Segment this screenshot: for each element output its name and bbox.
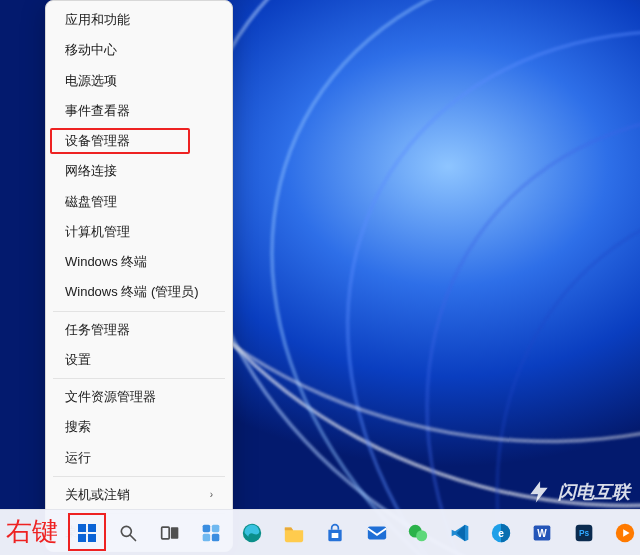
taskbar-button-wechat[interactable] (403, 518, 432, 548)
menu-item-label: 移动中心 (65, 42, 117, 58)
menu-item-label: 设置 (65, 352, 91, 368)
menu-item-file-explorer[interactable]: 文件资源管理器 (51, 382, 227, 412)
taskview-icon (160, 523, 180, 543)
lightning-icon (526, 479, 552, 505)
photoshop-icon: Ps (574, 523, 594, 543)
desktop-wallpaper: 应用和功能移动中心电源选项事件查看器设备管理器网络连接磁盘管理计算机管理Wind… (0, 0, 640, 555)
menu-item-windows-terminal-admin[interactable]: Windows 终端 (管理员) (51, 277, 227, 307)
svg-line-5 (131, 535, 136, 540)
menu-item-computer-management[interactable]: 计算机管理 (51, 217, 227, 247)
svg-rect-0 (78, 524, 86, 532)
menu-separator (53, 378, 225, 379)
menu-item-disk-management[interactable]: 磁盘管理 (51, 187, 227, 217)
menu-item-settings[interactable]: 设置 (51, 345, 227, 375)
taskbar-button-outlook[interactable] (362, 518, 391, 548)
menu-item-label: 应用和功能 (65, 12, 130, 28)
menu-item-power-options[interactable]: 电源选项 (51, 66, 227, 96)
menu-item-event-viewer[interactable]: 事件查看器 (51, 96, 227, 126)
folder-icon (283, 523, 305, 543)
taskbar-button-start[interactable] (72, 518, 101, 548)
edge-icon (241, 522, 263, 544)
svg-rect-1 (88, 524, 96, 532)
store-icon (325, 523, 345, 543)
svg-rect-9 (212, 524, 220, 532)
svg-point-16 (416, 530, 427, 541)
svg-rect-8 (203, 524, 211, 532)
vscode-icon (450, 523, 470, 543)
svg-text:W: W (538, 528, 548, 539)
svg-rect-11 (212, 533, 220, 541)
svg-rect-7 (170, 527, 178, 539)
media-icon (614, 522, 636, 544)
svg-rect-10 (203, 533, 211, 541)
menu-item-label: 计算机管理 (65, 224, 130, 240)
taskbar-button-store[interactable] (321, 518, 350, 548)
menu-item-label: 设备管理器 (65, 133, 130, 149)
taskbar-button-search[interactable] (113, 518, 142, 548)
menu-item-mobility-center[interactable]: 移动中心 (51, 35, 227, 65)
taskbar-button-photoshop[interactable]: Ps (569, 518, 598, 548)
annotation-right-click-label: 右键 (6, 514, 58, 549)
menu-item-windows-terminal[interactable]: Windows 终端 (51, 247, 227, 277)
taskbar-button-edge[interactable] (238, 518, 267, 548)
menu-item-label: 事件查看器 (65, 103, 130, 119)
menu-item-apps-and-features[interactable]: 应用和功能 (51, 5, 227, 35)
menu-separator (53, 476, 225, 477)
taskbar-button-media[interactable] (610, 518, 639, 548)
menu-item-label: 关机或注销 (65, 487, 130, 503)
start-context-menu: 应用和功能移动中心电源选项事件查看器设备管理器网络连接磁盘管理计算机管理Wind… (45, 0, 233, 552)
menu-separator (53, 311, 225, 312)
menu-item-label: 文件资源管理器 (65, 389, 156, 405)
menu-item-run[interactable]: 运行 (51, 443, 227, 473)
svg-rect-13 (332, 533, 339, 538)
word-icon: W (532, 523, 552, 543)
widgets-icon (201, 523, 221, 543)
chevron-right-icon: › (210, 489, 213, 502)
svg-rect-3 (88, 534, 96, 542)
taskbar-button-explorer[interactable] (279, 518, 308, 548)
browser2-icon: e (490, 522, 512, 544)
svg-rect-6 (161, 527, 169, 539)
menu-item-search[interactable]: 搜索 (51, 412, 227, 442)
menu-item-label: 运行 (65, 450, 91, 466)
windows-icon (77, 523, 97, 543)
menu-item-label: 网络连接 (65, 163, 117, 179)
menu-item-label: Windows 终端 (管理员) (65, 284, 199, 300)
menu-item-label: 搜索 (65, 419, 91, 435)
chat-icon (407, 522, 429, 544)
watermark-text: 闪电互联 (558, 480, 630, 504)
menu-item-task-manager[interactable]: 任务管理器 (51, 315, 227, 345)
menu-item-label: 电源选项 (65, 73, 117, 89)
menu-item-device-manager[interactable]: 设备管理器 (51, 126, 227, 156)
menu-item-label: 磁盘管理 (65, 194, 117, 210)
svg-point-4 (121, 526, 131, 536)
search-icon (118, 523, 138, 543)
taskbar-button-task-view[interactable] (155, 518, 184, 548)
svg-text:Ps: Ps (579, 528, 590, 538)
svg-rect-14 (367, 526, 385, 539)
mail-icon (366, 523, 388, 543)
svg-rect-2 (78, 534, 86, 542)
menu-item-network-connections[interactable]: 网络连接 (51, 156, 227, 186)
menu-item-label: 任务管理器 (65, 322, 130, 338)
taskbar-button-word[interactable]: W (528, 518, 557, 548)
taskbar: eWPs (0, 509, 640, 555)
menu-item-shutdown-signout[interactable]: 关机或注销› (51, 480, 227, 510)
taskbar-button-browser2[interactable]: e (486, 518, 515, 548)
menu-item-label: Windows 终端 (65, 254, 147, 270)
svg-text:e: e (498, 527, 504, 538)
watermark: 闪电互联 (526, 479, 630, 505)
taskbar-button-widgets[interactable] (196, 518, 225, 548)
taskbar-button-vscode[interactable] (445, 518, 474, 548)
